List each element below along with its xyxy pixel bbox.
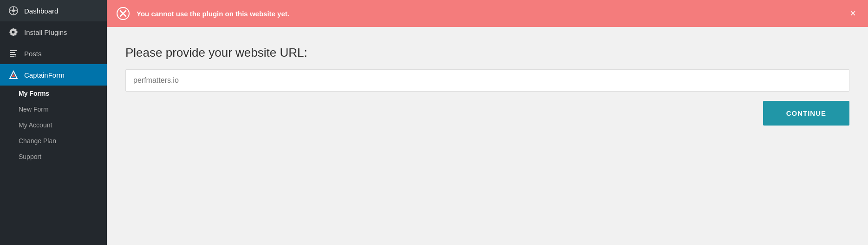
- submenu-label-new-form: New Form: [19, 106, 49, 113]
- alert-text: You cannot use the plugin on this websit…: [137, 10, 841, 18]
- website-url-input[interactable]: [125, 69, 849, 92]
- sidebar-item-posts[interactable]: Posts: [0, 43, 107, 64]
- sidebar-label-captainform: CaptainForm: [24, 71, 65, 79]
- sidebar-item-change-plan[interactable]: Change Plan: [0, 133, 107, 149]
- posts-icon: [8, 48, 19, 59]
- sidebar-item-new-form[interactable]: New Form: [0, 101, 107, 117]
- captainform-icon: [8, 70, 19, 80]
- sidebar-item-my-account[interactable]: My Account: [0, 117, 107, 133]
- sidebar-label-posts: Posts: [24, 50, 42, 58]
- alert-icon: [116, 7, 130, 20]
- svg-point-1: [12, 9, 15, 12]
- sidebar-item-dashboard[interactable]: Dashboard: [0, 0, 107, 21]
- page-title: Please provide your website URL:: [125, 46, 849, 60]
- content-area: Please provide your website URL: CONTINU…: [107, 27, 868, 245]
- continue-button[interactable]: CONTINUE: [763, 101, 849, 126]
- submenu-label-support: Support: [19, 153, 41, 160]
- gear-icon: [8, 27, 19, 37]
- sidebar: Dashboard Install Plugins Posts CaptainF…: [0, 0, 107, 245]
- sidebar-item-my-forms[interactable]: My Forms: [0, 86, 107, 101]
- alert-banner: You cannot use the plugin on this websit…: [107, 0, 868, 27]
- submenu-label-my-account: My Account: [19, 121, 52, 129]
- sidebar-item-install-plugins[interactable]: Install Plugins: [0, 21, 107, 43]
- sidebar-label-install-plugins: Install Plugins: [24, 28, 67, 36]
- continue-row: CONTINUE: [125, 101, 849, 126]
- dashboard-icon: [8, 6, 19, 16]
- submenu-label-change-plan: Change Plan: [19, 137, 56, 145]
- main-content: You cannot use the plugin on this websit…: [107, 0, 868, 245]
- alert-close-button[interactable]: ×: [847, 8, 859, 19]
- sidebar-item-captainform[interactable]: CaptainForm: [0, 64, 107, 86]
- sidebar-label-dashboard: Dashboard: [24, 7, 58, 15]
- submenu-label-my-forms: My Forms: [19, 90, 49, 97]
- sidebar-item-support[interactable]: Support: [0, 149, 107, 165]
